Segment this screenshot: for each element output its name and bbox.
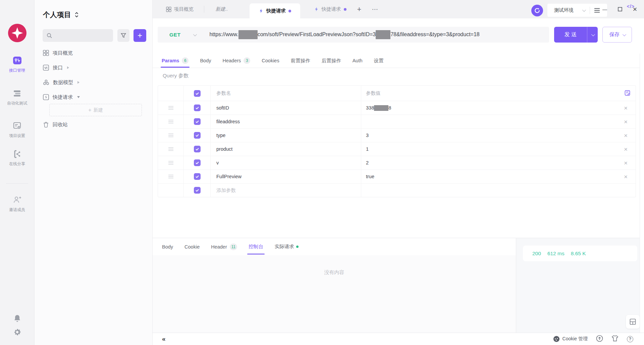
tab-params[interactable]: Params6	[162, 54, 189, 68]
param-check-cell	[184, 101, 211, 115]
chevron-right-icon	[67, 66, 69, 69]
tab-body[interactable]: Body	[200, 54, 211, 68]
param-checkbox[interactable]	[194, 159, 201, 166]
query-params-title: Query 参数	[163, 72, 189, 79]
param-name-cell[interactable]: product	[211, 142, 361, 156]
param-name-cell[interactable]: fileaddress	[211, 115, 361, 128]
environment-select[interactable]: 测试环境	[554, 7, 574, 13]
add-param-input[interactable]: 添加参数	[211, 184, 361, 197]
tab-quick-request-2[interactable]: 快捷请求	[305, 0, 355, 18]
theme-button[interactable]	[611, 335, 619, 343]
drag-handle[interactable]	[158, 115, 184, 128]
sidebar-search[interactable]	[43, 29, 113, 42]
more-tabs-button[interactable]: ⋯	[369, 0, 381, 18]
maximize-button[interactable]	[616, 6, 624, 13]
rail-item-invite-member[interactable]: 邀请成员	[0, 196, 34, 213]
save-button[interactable]: 保存	[602, 27, 632, 43]
tab-cookies[interactable]: Cookies	[262, 54, 279, 68]
param-checkbox[interactable]	[194, 187, 201, 194]
rail-item-api-management[interactable]: 接口管理	[0, 56, 34, 73]
scrollbar-track[interactable]	[640, 54, 644, 333]
layout-toggle-button[interactable]	[626, 315, 640, 329]
url-input[interactable]: https://www.com/soft/Preview/FirstLoadPr…	[209, 30, 549, 39]
param-value-cell[interactable]: 1 ×	[361, 142, 636, 156]
tab-quick-request-active[interactable]: 快捷请求	[250, 3, 300, 18]
cookie-manager-button[interactable]: Cookie 管理	[553, 336, 588, 342]
param-value-cell[interactable]	[361, 184, 636, 197]
drag-handle[interactable]	[158, 101, 184, 115]
tab-console[interactable]: 控制台	[249, 238, 263, 255]
param-checkbox[interactable]	[194, 146, 201, 152]
tab-auth[interactable]: Auth	[353, 54, 363, 68]
collapse-sidebar-button[interactable]: «	[162, 335, 165, 343]
add-tab-button[interactable]: +	[353, 0, 365, 18]
param-checkbox[interactable]	[194, 118, 201, 125]
rail-item-auto-test[interactable]: 自动化测试	[0, 89, 34, 106]
settings-gear-icon[interactable]	[13, 328, 21, 338]
sidebar-item-recycle-bin[interactable]: 回收站	[35, 117, 153, 132]
delete-row-icon[interactable]: ×	[624, 132, 628, 139]
drag-handle[interactable]	[158, 156, 184, 169]
param-value-cell[interactable]: ×	[361, 115, 636, 128]
delete-row-icon[interactable]: ×	[624, 146, 628, 152]
select-all-checkbox[interactable]	[194, 90, 201, 97]
project-switcher[interactable]: 个人项目	[43, 10, 79, 19]
add-new-button[interactable]: +	[133, 29, 146, 42]
notifications-bell-icon[interactable]	[13, 314, 21, 324]
app-logo[interactable]	[8, 24, 26, 42]
code-view-icon[interactable]: </>	[627, 4, 635, 9]
tab-headers[interactable]: Headers3	[222, 54, 250, 68]
help-button[interactable]: ?	[627, 336, 633, 342]
rail-item-project-settings[interactable]: 项目设置	[0, 122, 34, 139]
filter-button[interactable]	[117, 29, 129, 42]
tab-project-overview[interactable]: 项目概览	[158, 0, 202, 18]
method-select[interactable]: GET	[169, 32, 180, 38]
tab-response-header[interactable]: Header11	[211, 238, 237, 255]
panel-divider[interactable]	[153, 238, 644, 238]
delete-row-icon[interactable]: ×	[624, 174, 628, 180]
tab-response-body[interactable]: Body	[162, 238, 173, 255]
param-value-cell[interactable]: 3388 ×	[361, 101, 636, 115]
tab-actual-request[interactable]: 实际请求	[275, 238, 299, 255]
param-name-cell[interactable]: type	[211, 129, 361, 142]
upload-button[interactable]	[596, 335, 603, 343]
tab-post-ops[interactable]: 后置操作	[322, 54, 341, 68]
tab-pre-ops[interactable]: 前置操作	[291, 54, 310, 68]
param-row: softID 3388 ×	[158, 101, 636, 115]
tab-label: 快捷请求	[322, 6, 341, 12]
delete-row-icon[interactable]: ×	[624, 119, 628, 125]
param-checkbox[interactable]	[194, 105, 201, 111]
param-name-cell[interactable]: FullPreview	[211, 170, 361, 183]
send-button[interactable]: 发 送	[554, 27, 598, 43]
drag-handle[interactable]	[158, 170, 184, 183]
search-input[interactable]	[55, 33, 109, 38]
param-value-cell[interactable]: 2 ×	[361, 156, 636, 169]
delete-row-icon[interactable]: ×	[624, 105, 628, 111]
app-rail: 接口管理 自动化测试 项目设置 在线分享 邀请成员	[0, 0, 35, 345]
param-checkbox[interactable]	[194, 173, 201, 180]
bulk-edit-icon[interactable]	[625, 90, 630, 97]
tab-settings[interactable]: 设置	[374, 54, 384, 68]
drag-handle[interactable]	[158, 129, 184, 142]
sidebar-item-project-overview[interactable]: 项目概览	[35, 46, 153, 60]
param-name-cell[interactable]: v	[211, 156, 361, 169]
sidebar-item-apis[interactable]: 接口	[35, 60, 153, 75]
chevron-down-icon	[77, 96, 80, 98]
sync-button[interactable]	[531, 5, 543, 16]
param-checkbox[interactable]	[194, 132, 201, 139]
param-value-cell[interactable]: true ×	[361, 170, 636, 183]
send-dropdown[interactable]	[587, 27, 598, 43]
tab-new-draft[interactable]: 新建..	[206, 0, 237, 18]
delete-row-icon[interactable]: ×	[624, 160, 628, 166]
new-quick-request-button[interactable]: + 新建	[49, 104, 142, 116]
menu-icon[interactable]	[594, 8, 600, 13]
param-name-cell[interactable]: softID	[211, 101, 361, 115]
tab-response-cookie[interactable]: Cookie	[184, 238, 200, 255]
sidebar-item-data-models[interactable]: 数据模型	[35, 75, 153, 90]
rail-divider	[6, 183, 28, 184]
drag-handle[interactable]	[158, 142, 184, 156]
rail-item-online-share[interactable]: 在线分享	[0, 150, 34, 167]
sidebar-item-quick-requests[interactable]: 快捷请求	[35, 90, 153, 105]
param-value-cell[interactable]: 3 ×	[361, 129, 636, 142]
minimize-button[interactable]: —	[601, 6, 608, 13]
